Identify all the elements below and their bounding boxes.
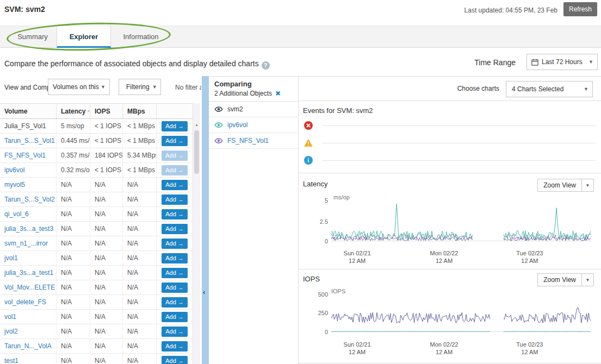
tab-bar: Summary Explorer Information bbox=[0, 26, 601, 48]
volume-link[interactable]: svm_n1_...irror bbox=[0, 236, 57, 250]
mbps-value: < 1 MBps bbox=[123, 119, 157, 133]
time-range-value: Last 72 Hours bbox=[542, 58, 583, 66]
table-row: qi_vol_6N/AN/AN/AAdd → bbox=[0, 207, 193, 222]
add-button[interactable]: Add → bbox=[162, 150, 188, 161]
mbps-value: N/A bbox=[123, 324, 157, 338]
chevron-down-icon: ▼ bbox=[584, 86, 592, 92]
comparing-panel: Comparing 2 Additional Objects ✖ svm2ipv… bbox=[209, 76, 298, 364]
y-axis-tick: 250 bbox=[299, 310, 328, 316]
iops-chart-title: IOPS bbox=[303, 275, 320, 283]
filtering-label: Filtering bbox=[126, 83, 150, 91]
table-row: vol1N/AN/AN/AAdd → bbox=[0, 310, 193, 324]
refresh-button[interactable]: Refresh bbox=[563, 2, 597, 16]
table-row: Julia_FS_Vol15 ms/op< 1 IOPS< 1 MBpsAdd … bbox=[0, 119, 193, 134]
action-cell: Add → bbox=[157, 295, 193, 309]
mbps-value: N/A bbox=[123, 295, 157, 309]
add-button[interactable]: Add → bbox=[162, 136, 188, 146]
zoom-view-button[interactable]: Zoom View bbox=[537, 273, 582, 286]
info-icon bbox=[304, 156, 313, 165]
volume-link[interactable]: FS_NFS_Vol1 bbox=[0, 148, 57, 162]
add-button[interactable]: Add → bbox=[162, 327, 188, 337]
add-button[interactable]: Add → bbox=[162, 341, 188, 352]
comparing-item-label[interactable]: svm2 bbox=[227, 105, 243, 113]
column-header-latency[interactable]: Latency bbox=[57, 104, 90, 118]
volume-link[interactable]: test1 bbox=[0, 354, 57, 364]
chevron-down-icon: ▼ bbox=[152, 84, 157, 90]
comparing-items-list: svm2ipv6volFS_NFS_Vol1 bbox=[209, 102, 298, 149]
series-svm2 bbox=[331, 312, 490, 323]
action-cell: Add → bbox=[157, 236, 193, 250]
volume-link[interactable]: julia_3s...a_test3 bbox=[0, 222, 57, 236]
view-and-compare-label: View and Comp bbox=[4, 84, 48, 91]
comparing-item-label[interactable]: FS_NFS_Vol1 bbox=[227, 137, 269, 145]
eye-icon[interactable] bbox=[214, 122, 224, 128]
view-dropdown[interactable]: Volumes on this ▼ bbox=[48, 79, 110, 95]
add-button[interactable]: Add → bbox=[162, 312, 188, 322]
volume-link[interactable]: Vol_Mov...ELETE bbox=[0, 280, 57, 294]
iops-value: 184 IOPS bbox=[90, 148, 123, 162]
sort-descending-icon[interactable] bbox=[88, 108, 90, 114]
volume-link[interactable]: qi_vol_6 bbox=[0, 207, 57, 221]
scroll-up-icon[interactable]: ▲ bbox=[193, 123, 200, 127]
eye-icon[interactable] bbox=[214, 137, 224, 144]
column-header-iops[interactable]: IOPS bbox=[90, 104, 123, 118]
zoom-options-dropdown[interactable]: ▼ bbox=[582, 179, 594, 192]
add-button[interactable]: Add → bbox=[162, 224, 188, 234]
mbps-value: N/A bbox=[123, 192, 157, 206]
help-icon[interactable]: ? bbox=[262, 61, 270, 70]
volume-link[interactable]: vol1 bbox=[0, 310, 57, 324]
mbps-value: N/A bbox=[123, 207, 157, 221]
zoom-view-button[interactable]: Zoom View bbox=[537, 179, 582, 192]
add-button[interactable]: Add → bbox=[162, 180, 188, 190]
action-cell: Add → bbox=[157, 266, 193, 280]
scrollbar-thumb[interactable] bbox=[194, 130, 199, 174]
collapse-panel-icon[interactable]: ‹ bbox=[203, 288, 205, 296]
volume-link[interactable]: julia_3s...a_test1 bbox=[0, 266, 57, 280]
mbps-value: N/A bbox=[123, 178, 157, 192]
volume-link[interactable]: Tarun_N..._VolA bbox=[0, 339, 57, 353]
table-row: Vol_Mov...ELETEN/AN/AN/AAdd → bbox=[0, 280, 193, 295]
add-button[interactable]: Add → bbox=[162, 283, 188, 293]
action-cell: Add → bbox=[157, 134, 193, 148]
volume-link[interactable]: Tarun_S...S_Vol1 bbox=[0, 134, 57, 148]
time-range-dropdown[interactable]: Last 72 Hours ▼ bbox=[526, 54, 598, 70]
volume-link[interactable]: vol_delete_FS bbox=[0, 295, 57, 309]
volume-link[interactable]: jvol2 bbox=[0, 324, 57, 338]
comparing-item-label[interactable]: ipv6vol bbox=[227, 121, 247, 129]
tab-summary[interactable]: Summary bbox=[9, 26, 57, 48]
latency-value: N/A bbox=[57, 207, 90, 221]
tab-information[interactable]: Information bbox=[111, 26, 171, 48]
column-header-volume[interactable]: Volume bbox=[0, 104, 57, 118]
filtering-button[interactable]: Filtering ▼ bbox=[119, 79, 161, 95]
choose-charts-dropdown[interactable]: 4 Charts Selected ▼ bbox=[506, 81, 593, 97]
latency-value: 5 ms/op bbox=[57, 119, 90, 133]
table-scrollbar[interactable]: ▲ bbox=[193, 103, 200, 364]
table-row: FS_NFS_Vol10.357 ms/o184 IOPS5.34 MBpsAd… bbox=[0, 148, 193, 163]
add-button[interactable]: Add → bbox=[162, 165, 188, 175]
add-button[interactable]: Add → bbox=[162, 253, 188, 263]
add-button[interactable]: Add → bbox=[162, 268, 188, 278]
table-row: vol_delete_FSN/AN/AN/AAdd → bbox=[0, 295, 193, 310]
column-header-mbps[interactable]: MBps bbox=[123, 104, 157, 118]
volume-link[interactable]: jvol1 bbox=[0, 251, 57, 265]
chevron-down-icon: ▼ bbox=[588, 59, 597, 65]
volume-link[interactable]: Tarun_S...S_Vol2 bbox=[0, 192, 57, 206]
add-button[interactable]: Add → bbox=[162, 239, 188, 249]
volume-link[interactable]: ipv6vol bbox=[0, 163, 57, 177]
tab-explorer[interactable]: Explorer bbox=[57, 26, 111, 48]
charts-panel: Choose charts 4 Charts Selected ▼ Events… bbox=[298, 76, 601, 364]
add-button[interactable]: Add → bbox=[162, 209, 188, 219]
iops-chart-section: IOPS Zoom View ▼ IOPS5002500Sun 02/2112 … bbox=[299, 269, 601, 363]
latency-value: N/A bbox=[57, 236, 90, 250]
action-cell: Add → bbox=[157, 148, 193, 162]
add-button[interactable]: Add → bbox=[162, 297, 188, 307]
action-cell: Add → bbox=[157, 354, 193, 364]
remove-all-icon[interactable]: ✖ bbox=[275, 90, 281, 97]
volume-link[interactable]: myvol5 bbox=[0, 178, 57, 192]
eye-icon[interactable] bbox=[214, 106, 224, 112]
add-button[interactable]: Add → bbox=[162, 356, 188, 364]
add-button[interactable]: Add → bbox=[162, 194, 188, 205]
add-button[interactable]: Add → bbox=[162, 121, 188, 131]
zoom-options-dropdown[interactable]: ▼ bbox=[582, 273, 594, 286]
panel-splitter[interactable]: ‹ bbox=[202, 76, 209, 364]
